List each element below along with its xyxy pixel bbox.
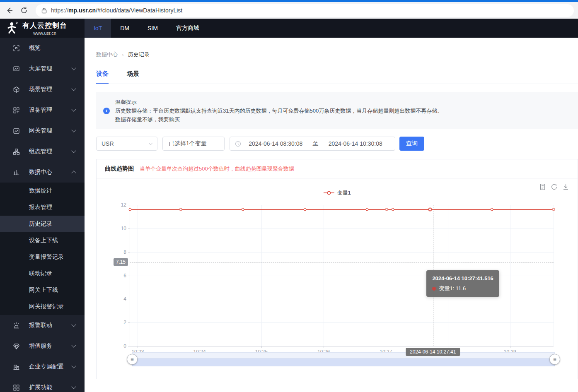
refresh-icon[interactable] (18, 5, 30, 16)
sidebar-item-label: 设备管理 (29, 106, 72, 114)
trend-chart-card: 曲线趋势图 当单个变量单次查询超过500个数值时，曲线趋势图呈现聚合数据 变量1… (96, 159, 578, 379)
y-axis-label: 0 (123, 343, 126, 349)
buy-storage-link[interactable]: 数据存储量不够，我要购买 (115, 116, 180, 123)
sidebar-item-报警联动[interactable]: 报警联动 (0, 315, 85, 336)
data-view-icon[interactable] (539, 183, 546, 190)
data-point[interactable] (428, 208, 432, 212)
device-select[interactable]: USR (96, 137, 157, 151)
notice-title: 温馨提示 (115, 98, 570, 106)
top-nav-tabs: IoTDMSIM官方商城 (85, 19, 208, 38)
sidebar-subitem-网关上下线[interactable]: 网关上下线 (0, 282, 85, 298)
vas-icon (12, 342, 20, 350)
sidebar-item-网关管理[interactable]: 网关管理 (0, 120, 85, 141)
chevron-down-icon (71, 148, 76, 153)
chart-title: 曲线趋势图 (105, 165, 134, 173)
breadcrumb-parent[interactable]: 数据中心 (96, 51, 118, 58)
sidebar-item-label: 大屏管理 (29, 65, 72, 72)
tooltip-time: 2024-06-14 10:27:41.516 (432, 274, 493, 283)
nav-tab-DM[interactable]: DM (111, 19, 138, 38)
sidebar-item-概览[interactable]: 概览 (0, 38, 85, 58)
tooltip-series-value: 变量1: 11.6 (439, 284, 466, 293)
plot-right-edge (554, 205, 554, 346)
submenu-数据中心: 数据统计报表管理历史记录设备上下线变量报警记录联动记录网关上下线网关报警记录 (0, 183, 85, 315)
download-icon[interactable] (562, 183, 569, 190)
x-axis-pointer-label: 2024-06-14 10:27:41 (406, 348, 460, 356)
clock-icon (235, 141, 241, 147)
sidebar-item-组态管理[interactable]: 组态管理 (0, 141, 85, 162)
breadcrumb: 数据中心 › 历史记录 (96, 38, 578, 58)
sidebar-item-label: 组态管理 (29, 148, 72, 155)
sidebar-subitem-报表管理[interactable]: 报表管理 (0, 199, 85, 216)
x-axis-tick (138, 346, 138, 348)
sidebar-item-企业专属配置[interactable]: 企业专属配置 (0, 356, 85, 377)
logo-title: 有人云控制台 (22, 21, 67, 30)
legend[interactable]: 变量1 (323, 189, 351, 197)
datazoom-right-handle[interactable]: ≡ (549, 354, 560, 365)
app-header: 有人云控制台 www.usr.cn IoTDMSIM官方商城 (0, 19, 578, 38)
chart-aggregation-note: 当单个变量单次查询超过500个数值时，曲线趋势图呈现聚合数据 (140, 165, 294, 173)
data-point[interactable] (552, 208, 555, 211)
tooltip-series-row: 变量1: 11.6 (432, 284, 493, 293)
sidebar-subitem-网关报警记录[interactable]: 网关报警记录 (0, 298, 85, 315)
plot-area[interactable]: 02468101210:2310:2410:2510:2610:2710:281… (130, 205, 554, 346)
address-bar[interactable]: https://mp.usr.cn/#/cloud/data/ViewDataH… (36, 4, 574, 17)
chevron-down-icon (71, 127, 76, 132)
sidebar-item-场景管理[interactable]: 场景管理 (0, 79, 85, 100)
sidebar-item-设备管理[interactable]: 设备管理 (0, 100, 85, 120)
sidebar-item-label: 数据中心 (29, 168, 72, 176)
variable-select[interactable]: 已选择1个变量 (162, 137, 225, 151)
date-range-picker[interactable]: 2024-06-14 08:30:08 至 2024-06-14 10:30:0… (230, 137, 395, 151)
data-point[interactable] (391, 208, 394, 211)
datazoom-selected-range[interactable] (132, 358, 555, 366)
data-point[interactable] (241, 208, 244, 211)
crosshair-horizontal (130, 262, 554, 262)
restore-refresh-icon[interactable] (551, 183, 558, 190)
sidebar-item-大屏管理[interactable]: 大屏管理 (0, 58, 85, 79)
data-point[interactable] (179, 208, 182, 211)
sidebar-item-数据中心[interactable]: 数据中心 (0, 162, 85, 183)
chevron-down-icon (71, 384, 76, 389)
sidebar-item-label: 增值服务 (29, 342, 72, 350)
data-point[interactable] (304, 208, 307, 211)
nav-tab-官方商城[interactable]: 官方商城 (167, 19, 208, 38)
data-point[interactable] (385, 208, 388, 211)
chevron-down-icon (71, 65, 76, 70)
sidebar-item-label: 概览 (29, 44, 75, 52)
breadcrumb-separator: › (122, 51, 124, 58)
date-start-value[interactable]: 2024-06-14 08:30:08 (241, 140, 310, 147)
x-axis-tick (510, 346, 510, 348)
y-axis-label: 10 (121, 226, 126, 231)
tooltip: 2024-06-14 10:27:41.516变量1: 11.6 (426, 270, 499, 297)
tab-场景[interactable]: 场景 (127, 70, 139, 84)
sidebar-item-增值服务[interactable]: 增值服务 (0, 336, 85, 356)
query-button[interactable]: 查询 (399, 137, 424, 151)
sidebar-subitem-设备上下线[interactable]: 设备上下线 (0, 232, 85, 249)
sidebar-item-label: 报警联动 (29, 322, 72, 329)
nav-tab-IoT[interactable]: IoT (85, 19, 111, 38)
sidebar-item-label: 扩展功能 (29, 384, 72, 391)
data-point[interactable] (366, 208, 369, 211)
nav-tab-SIM[interactable]: SIM (138, 19, 167, 38)
chevron-down-icon (71, 107, 76, 111)
sidebar-subitem-数据统计[interactable]: 数据统计 (0, 183, 85, 199)
scada-icon (12, 148, 20, 155)
sidebar-item-扩展功能[interactable]: 扩展功能 (0, 377, 85, 392)
sidebar-subitem-联动记录[interactable]: 联动记录 (0, 265, 85, 282)
url-text: https://mp.usr.cn/#/cloud/data/ViewDataH… (51, 7, 182, 14)
datazoom-slider[interactable]: ≡ ≡ (132, 352, 555, 367)
datazoom-background (132, 352, 555, 358)
logo[interactable]: 有人云控制台 www.usr.cn (0, 19, 85, 38)
chart-card-header: 曲线趋势图 当单个变量单次查询超过500个数值时，曲线趋势图呈现聚合数据 (97, 159, 578, 178)
sidebar-subitem-历史记录[interactable]: 历史记录 (0, 216, 85, 232)
filter-bar: USR 已选择1个变量 2024-06-14 08:30:08 至 2024-0… (96, 137, 578, 151)
datazoom-left-handle[interactable]: ≡ (127, 354, 138, 365)
tab-设备[interactable]: 设备 (96, 70, 109, 84)
back-icon[interactable] (3, 5, 15, 16)
data-point[interactable] (129, 208, 132, 211)
sidebar-subitem-变量报警记录[interactable]: 变量报警记录 (0, 249, 85, 265)
chevron-down-icon (71, 322, 76, 327)
date-end-value[interactable]: 2024-06-14 10:30:08 (321, 140, 390, 147)
data-point[interactable] (490, 208, 493, 211)
scene-icon (12, 86, 20, 93)
gateway-icon (12, 127, 20, 135)
